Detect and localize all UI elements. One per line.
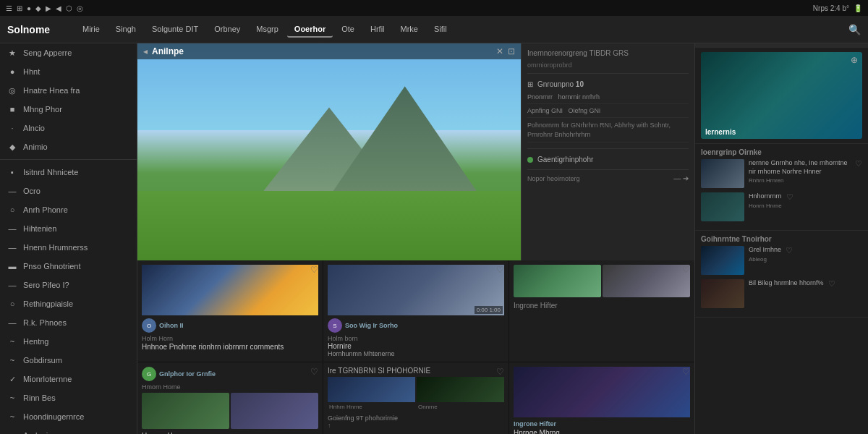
- sidebar-item-sero[interactable]: — Sero Pifeo I?: [0, 276, 137, 294]
- sidebar-item-ocro[interactable]: — Ocro: [0, 182, 137, 200]
- nav-item-mirie[interactable]: Mirie: [75, 22, 107, 38]
- sidebar-item-hihtenien[interactable]: — Hihtenien: [0, 219, 137, 238]
- sidebar-item-hnatre[interactable]: ◎ Hnatre Hnea fra: [0, 81, 137, 100]
- bookmark-icon-5[interactable]: ♡: [496, 367, 504, 377]
- sidebar-item-rinn-bes[interactable]: ~ Rinn Bes: [0, 388, 137, 407]
- post-card-4[interactable]: G Gnlphor Ior Grnfie Hmorn Home Hnoner H…: [137, 362, 323, 434]
- user-avatar-4: G: [142, 367, 156, 381]
- nav-item-singh[interactable]: Singh: [109, 22, 143, 38]
- detail-header: Inernnorenorgreng TIBDR GRS: [527, 49, 689, 57]
- dash4-icon: —: [7, 318, 17, 328]
- teal-more-icon[interactable]: ⊕: [851, 55, 858, 65]
- sidebar-item-pnso[interactable]: ▬ Pnso Ghnotrient: [0, 257, 137, 276]
- bookmark-icon-3[interactable]: ♡: [682, 265, 690, 275]
- sidebar-item-rk-phnoes[interactable]: — R.k. Phnoes: [0, 313, 137, 332]
- thumb-grid-3: [514, 265, 690, 297]
- right-section-loengrinp: loenrgrinp Oirnke nernne Gnrnho nhe, Ine…: [695, 144, 868, 231]
- back-icon[interactable]: ◂: [143, 46, 148, 56]
- sidebar-item-hoondinugernrce[interactable]: ~ Hoondinugernrce: [0, 407, 137, 426]
- sidebar-item-gobdirsum[interactable]: ~ Gobdirsum: [0, 351, 137, 370]
- grid-thumb-3a: [514, 265, 601, 297]
- tilde2-icon: ~: [7, 430, 17, 434]
- sidebar-label: Pnso Ghnotrient: [23, 262, 81, 271]
- sidebar-item-hentng[interactable]: ~ Hentng: [0, 332, 137, 351]
- sidebar-label: Hihtenien: [23, 224, 56, 233]
- right-section-title-1: loenrgrinp Oirnke: [701, 148, 862, 156]
- sidebar-label: Mhng Phor: [23, 105, 62, 114]
- nav-item-mrke[interactable]: Mrke: [393, 22, 425, 38]
- bookmark-icon-1[interactable]: ♡: [310, 265, 318, 275]
- expand-icon[interactable]: ⊡: [508, 46, 515, 56]
- post-title-6: Hnrnge Mhrng: [514, 429, 690, 434]
- post-thumb-6: [514, 367, 690, 417]
- sidebar-label: Seng Apperre: [23, 48, 72, 57]
- post-user-2[interactable]: Soo Wig Ir Sorho: [345, 322, 398, 329]
- sidebar-item-hhnt[interactable]: ● Hhnt: [0, 62, 137, 81]
- post-user-1[interactable]: Oihon II: [159, 322, 184, 329]
- sidebar-item-alncio[interactable]: · Alncio: [0, 119, 137, 137]
- user-avatar-2: S: [328, 318, 342, 333]
- sidebar-item-hnenn[interactable]: — Hnenn Hrumnerss: [0, 238, 137, 257]
- nav-item-orbney[interactable]: Orbney: [207, 22, 247, 38]
- search-icon[interactable]: 🔍: [848, 24, 861, 35]
- post-card-1[interactable]: O Oihon II Holm Horn Hnhnoe Pnohrne rion…: [137, 260, 323, 362]
- sidebar-item-anrh[interactable]: ○ Anrh Phonre: [0, 200, 137, 219]
- circle2-icon: ○: [7, 205, 17, 215]
- dot-icon: ·: [7, 123, 17, 133]
- report-action[interactable]: — ➔: [673, 174, 689, 182]
- close-icon[interactable]: ✕: [496, 46, 503, 56]
- sidebar-item-aerlonirne[interactable]: ~ Aerlonirne: [0, 426, 137, 434]
- right-text-3: Grel Irnhne: [749, 246, 781, 255]
- nav-item-ooerhor[interactable]: Ooerhor: [287, 22, 333, 38]
- right-sub-2: Honrn Hnrne: [749, 203, 782, 209]
- post-card-5[interactable]: Ire TGRNBRNI SI PHOHORNIE Hnhrn Hnrne On…: [323, 362, 509, 434]
- featured-area: ◂ Anilnpe ✕ ⊡: [137, 43, 694, 260]
- sidebar-item-mhng-phor[interactable]: ■ Mhng Phor: [0, 100, 137, 119]
- post-card-2[interactable]: 0:00 1:00 S Soo Wig Ir Sorho Holm born H…: [323, 260, 509, 362]
- sidebar-item-animio[interactable]: ◆ Animio: [0, 137, 137, 156]
- dash7-icon: ~: [7, 412, 17, 422]
- nav-logo[interactable]: Solnome: [7, 24, 65, 35]
- sidebar-label: Hnenn Hrumnerss: [23, 243, 88, 252]
- post-user-row-2: S Soo Wig Ir Sorho: [328, 318, 504, 333]
- right-item-1[interactable]: nernne Gnrnho nhe, Ine rnhorntne nir rnh…: [701, 159, 862, 188]
- nav-item-msgrp[interactable]: Msgrp: [249, 22, 286, 38]
- app-icon-5: ▶: [46, 4, 51, 12]
- like-icon-1[interactable]: ♡: [855, 159, 862, 169]
- like-icon-4[interactable]: ♡: [828, 279, 835, 289]
- sidebar-label: R.k. Phnoes: [23, 318, 67, 327]
- like-icon-3[interactable]: ♡: [786, 246, 793, 255]
- square-icon: ■: [7, 104, 17, 114]
- app-icon-4: ◆: [35, 4, 41, 12]
- featured-window-title: Anilnpe: [152, 46, 184, 56]
- bookmark-icon-6[interactable]: ♡: [682, 367, 690, 377]
- sidebar-item-rethingpiaisle[interactable]: ○ Rethingpiaisle: [0, 294, 137, 313]
- right-item-2[interactable]: Hnhornrnrn Honrn Hnrne ♡: [701, 192, 862, 221]
- status-right: Nrps 2:4 b° 🔋: [813, 4, 862, 12]
- right-item-4[interactable]: Bil Bileg hnrmlne hhornf% ♡: [701, 279, 862, 308]
- right-item-3[interactable]: Grel Irnhne Ableog ♡: [701, 246, 862, 275]
- nav-item-sifil[interactable]: Sifil: [427, 22, 454, 38]
- stat-green-label: Gaentigrhinphohr: [537, 156, 593, 163]
- nav-bar: Solnome Mirie Singh Solgunte DIT Orbney …: [0, 16, 868, 43]
- featured-main-post[interactable]: ◂ Anilnpe ✕ ⊡: [137, 43, 521, 260]
- nav-items: Mirie Singh Solgunte DIT Orbney Msgrp Oo…: [75, 22, 846, 38]
- bookmark-icon-2[interactable]: ♡: [496, 265, 504, 275]
- sidebar-label: Aerlonirne: [23, 431, 59, 434]
- detail-stat-green: Gaentigrhinphohr: [527, 156, 689, 163]
- post-card-6[interactable]: Ingrone Hifter Hnrnge Mhrng Tontne Irton…: [509, 362, 694, 434]
- bookmark-icon-4[interactable]: ♡: [310, 367, 318, 377]
- like-icon-2[interactable]: ♡: [786, 192, 793, 202]
- nav-item-ote[interactable]: Ote: [334, 22, 362, 38]
- nav-search[interactable]: 🔍: [848, 24, 861, 35]
- nav-item-solgunte[interactable]: Solgunte DIT: [145, 22, 205, 38]
- green-dot-icon: [527, 157, 533, 163]
- post-card-3[interactable]: Ingrone Hifter ♡: [509, 260, 694, 362]
- nav-item-hrfil[interactable]: Hrfil: [363, 22, 392, 38]
- post-user-6[interactable]: Ingrone Hifter: [514, 420, 690, 427]
- sidebar-item-isitnrd[interactable]: ▪ Isitnrd Nhnicete: [0, 163, 137, 182]
- post-subtitle-2: Hornhunmn Mhtenerne: [328, 350, 504, 357]
- post-user-4[interactable]: Gnlphor Ior Grnfie: [159, 370, 216, 378]
- sidebar-item-seng-apperre[interactable]: ★ Seng Apperre: [0, 43, 137, 62]
- sidebar-item-mionrloternne[interactable]: ✓ Mionrloternne: [0, 370, 137, 388]
